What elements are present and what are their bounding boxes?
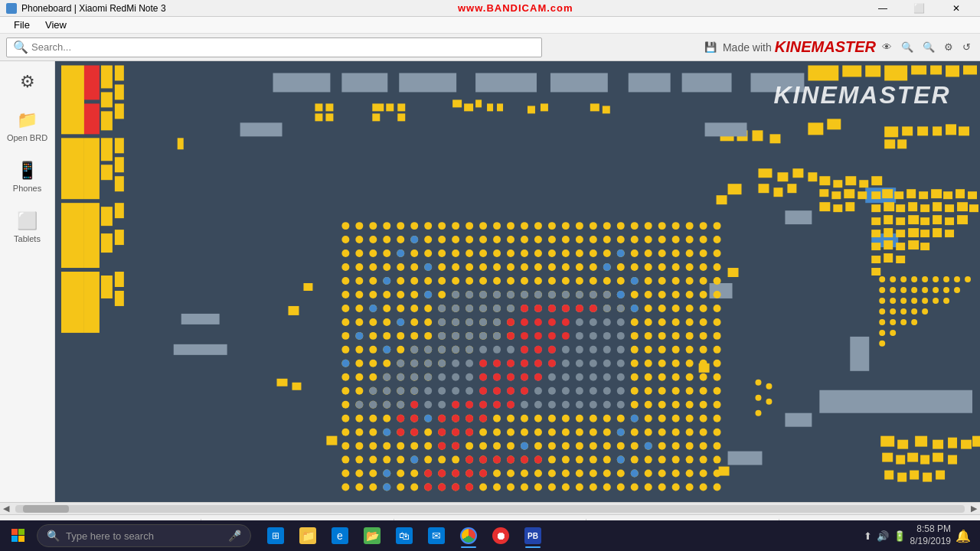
svg-rect-877 (906, 189, 916, 198)
svg-point-204 (438, 263, 446, 271)
sidebar-label-phones: Phones (13, 184, 41, 193)
svg-point-556 (672, 470, 680, 478)
svg-point-708 (424, 401, 432, 409)
clock-time: 8:58 PM (910, 523, 951, 536)
svg-point-231 (424, 277, 432, 285)
svg-rect-863 (833, 180, 842, 187)
sidebar-item-phones[interactable]: 📱 Phones (10, 158, 44, 196)
svg-point-537 (410, 470, 418, 478)
svg-point-311 (369, 318, 377, 326)
svg-point-376 (658, 360, 666, 367)
svg-point-343 (645, 332, 652, 340)
chrome-icon (460, 527, 477, 544)
svg-point-826 (879, 287, 885, 293)
settings-icon[interactable]: ⚙ (941, 40, 956, 54)
menu-file[interactable]: File (6, 18, 38, 32)
svg-point-477 (355, 442, 363, 450)
taskbar-store[interactable]: 🛍 (389, 522, 420, 549)
taskbar-file-explorer[interactable]: 📁 (292, 522, 323, 549)
svg-point-223 (700, 263, 707, 271)
svg-point-434 (534, 415, 542, 422)
svg-point-765 (438, 415, 446, 422)
search-box[interactable]: 🔍 (6, 37, 542, 57)
tray-battery-icon[interactable]: 🔋 (893, 530, 906, 542)
tray-network-icon[interactable]: ⬆ (864, 530, 872, 542)
sidebar-label-open-brd: Open BRD (7, 133, 47, 142)
svg-point-753 (479, 387, 487, 395)
svg-point-706 (397, 401, 404, 409)
minimize-button[interactable]: — (865, 0, 900, 17)
svg-point-437 (576, 415, 583, 422)
main-area: ⚙ 📁 Open BRD 📱 Phones ⬜ Tablets (0, 61, 980, 502)
svg-point-140 (714, 222, 721, 230)
scroll-track[interactable] (15, 505, 965, 513)
refresh-icon[interactable]: ↺ (959, 40, 974, 54)
svg-point-122 (466, 222, 473, 230)
svg-point-224 (714, 263, 721, 271)
taskbar-phoneboard[interactable]: PB (518, 522, 548, 549)
svg-rect-33 (399, 73, 456, 92)
horizontal-scrollbar[interactable]: ◀ ▶ (0, 502, 980, 514)
svg-point-801 (617, 249, 625, 257)
system-clock[interactable]: 8:58 PM 8/19/2019 (910, 523, 951, 547)
sidebar-item-settings[interactable]: ⚙ (17, 69, 38, 95)
search-input[interactable] (31, 41, 535, 53)
svg-rect-50 (475, 99, 482, 107)
close-button[interactable]: ✕ (939, 0, 974, 17)
svg-rect-56 (603, 106, 610, 113)
svg-point-720 (590, 401, 597, 409)
svg-rect-869 (844, 189, 854, 198)
svg-point-691 (466, 387, 473, 395)
menu-view[interactable]: View (38, 18, 74, 32)
svg-point-651 (424, 360, 432, 367)
svg-point-645 (576, 346, 583, 354)
taskbar-search-box[interactable]: 🔍 Type here to search 🎤 (37, 524, 251, 547)
svg-point-245 (617, 277, 625, 285)
notification-icon[interactable]: 🔔 (956, 529, 971, 543)
taskbar-mail[interactable]: ✉ (421, 522, 452, 549)
taskbar-task-view[interactable]: ⊞ (260, 522, 291, 549)
svg-rect-62 (930, 65, 942, 74)
view-icon[interactable]: 👁 (879, 40, 895, 54)
svg-point-137 (672, 222, 680, 230)
maximize-button[interactable]: ⬜ (902, 0, 937, 17)
svg-point-771 (438, 429, 446, 436)
taskbar-file-manager[interactable]: 📂 (357, 522, 387, 549)
svg-point-602 (452, 305, 459, 312)
svg-rect-872 (833, 204, 842, 212)
svg-point-594 (534, 291, 542, 298)
svg-point-419 (714, 401, 721, 409)
svg-point-322 (631, 318, 639, 326)
svg-rect-873 (845, 202, 854, 211)
svg-rect-83 (326, 436, 337, 445)
zoom-out-icon[interactable]: 🔍 (920, 40, 938, 54)
svg-point-802 (603, 263, 611, 271)
svg-point-133 (617, 222, 625, 230)
svg-rect-899 (957, 215, 968, 224)
svg-point-742 (479, 360, 487, 367)
sidebar-item-tablets[interactable]: ⬜ Tablets (11, 208, 44, 246)
svg-point-586 (700, 484, 707, 491)
tray-volume-icon[interactable]: 🔊 (877, 530, 889, 542)
taskbar-recording[interactable]: ⏺ (485, 522, 516, 549)
svg-point-624 (438, 332, 446, 340)
pcb-canvas-area[interactable]: KINEMASTER (55, 61, 980, 502)
start-button[interactable] (3, 522, 34, 549)
svg-point-550 (590, 470, 597, 478)
svg-point-158 (576, 236, 583, 243)
svg-rect-60 (884, 65, 907, 80)
taskbar-edge[interactable]: e (325, 522, 355, 549)
svg-point-242 (576, 277, 583, 285)
svg-point-628 (493, 332, 501, 340)
svg-point-587 (714, 484, 721, 491)
svg-point-601 (438, 305, 446, 312)
scroll-thumb[interactable] (23, 505, 69, 513)
svg-point-715 (521, 401, 528, 409)
svg-point-490 (534, 442, 542, 450)
save-icon[interactable]: 💾 (701, 40, 720, 54)
zoom-in-icon[interactable]: 🔍 (898, 40, 916, 54)
svg-point-522 (590, 456, 597, 464)
title-bar-left: Phoneboard | Xiaomi RedMi Note 3 (6, 3, 166, 14)
taskbar-chrome[interactable] (453, 522, 484, 549)
sidebar-item-open-brd[interactable]: 📁 Open BRD (4, 107, 51, 145)
